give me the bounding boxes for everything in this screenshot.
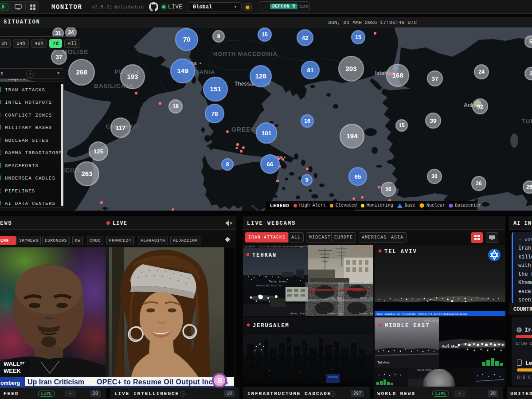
svg-text:omberg: omberg (0, 380, 20, 386)
svg-text:15: 15 (355, 34, 361, 40)
svg-text:Haifa, Israel: Haifa, Israel (442, 345, 459, 348)
svg-text:66: 66 (266, 161, 274, 168)
svg-text:2: 2 (530, 70, 532, 77)
svg-text:MIDDLE EAST: MIDDLE EAST (385, 323, 430, 329)
svg-text:194: 194 (346, 132, 358, 140)
svg-text:Ashkelon, Israel: Ashkelon, Israel (349, 281, 371, 283)
svg-text:117: 117 (116, 125, 125, 131)
svg-text:NORTH MACEDONIA: NORTH MACEDONIA (213, 51, 278, 57)
svg-text:81: 81 (307, 67, 314, 74)
svg-text:, Tehran, Iran: , Tehran, Iran (325, 297, 342, 299)
svg-text:203: 203 (345, 65, 356, 72)
svg-text:56: 56 (385, 186, 391, 192)
svg-text:8: 8 (226, 161, 229, 168)
svg-text:15: 15 (262, 31, 268, 38)
svg-text:B: B (217, 377, 223, 384)
svg-text:149: 149 (177, 67, 188, 74)
svg-text:34: 34 (68, 29, 74, 35)
svg-text:151: 151 (210, 85, 221, 93)
svg-text:168: 168 (392, 71, 403, 79)
svg-text:30: 30 (431, 173, 438, 180)
svg-text:92: 92 (477, 103, 483, 110)
svg-text:9: 9 (217, 33, 220, 39)
svg-text:WEEK: WEEK (4, 368, 21, 374)
svg-text:42: 42 (301, 35, 308, 41)
svg-text:18: 18 (172, 103, 179, 110)
svg-text:5: 5 (529, 39, 532, 45)
svg-text:26: 26 (526, 184, 532, 190)
svg-text:JERUSALEM: JERUSALEM (253, 323, 289, 329)
svg-text:Haifa, Israel: Haifa, Israel (270, 281, 287, 283)
svg-text:...derun, Iran: ...derun, Iran (286, 313, 305, 315)
svg-text:15: 15 (399, 122, 405, 129)
svg-text:37: 37 (55, 54, 62, 60)
svg-text:263: 263 (81, 170, 92, 177)
svg-text:OPEC+ to Resume Oil Output Inc: OPEC+ to Resume Oil Output Increas (97, 378, 228, 386)
svg-text:TEHRAN: TEHRAN (252, 252, 277, 258)
svg-text:101: 101 (262, 130, 272, 137)
svg-text:2006-02-0: 2006-02-0 (424, 320, 439, 323)
svg-text:Up Iran Criticism: Up Iran Criticism (27, 378, 84, 386)
svg-text:37: 37 (431, 75, 438, 82)
svg-text:193: 193 (127, 73, 138, 80)
svg-text:time updates on Telegram: http: time updates on Telegram: https://t.me/b… (376, 313, 468, 316)
svg-text:125: 125 (94, 148, 104, 155)
svg-text:, Isfahan, Iran: , Isfahan, Iran (356, 313, 373, 315)
svg-text:70: 70 (183, 35, 191, 43)
svg-text:, Tehran, Iran: , Tehran, Iran (357, 297, 373, 299)
svg-text:78: 78 (211, 110, 218, 117)
svg-text:, Isfahan, Iran: , Isfahan, Iran (324, 313, 342, 315)
svg-text:268: 268 (76, 68, 87, 76)
svg-text:65: 65 (354, 173, 361, 180)
svg-text:128: 128 (255, 72, 266, 80)
svg-text:16: 16 (304, 118, 310, 124)
svg-text:Tel-Aviv: Tel-Aviv (377, 360, 390, 364)
svg-text:31: 31 (55, 30, 61, 36)
svg-text:9: 9 (305, 177, 309, 183)
svg-text:TEL AVIV: TEL AVIV (384, 249, 417, 255)
svg-text:24: 24 (478, 69, 485, 75)
svg-text:39: 39 (430, 117, 436, 124)
svg-text:26: 26 (476, 180, 482, 187)
svg-text:TURKEY: TURKEY (521, 117, 532, 125)
svg-text:04/02/2026 18:07:58: 04/02/2026 18:07:58 (256, 285, 282, 287)
svg-text:04/02/2026 18:07:56: 04/02/2026 18:07:56 (417, 369, 445, 372)
svg-text:24 2026 18 07 27: 24 2026 18 07 27 (355, 247, 373, 250)
